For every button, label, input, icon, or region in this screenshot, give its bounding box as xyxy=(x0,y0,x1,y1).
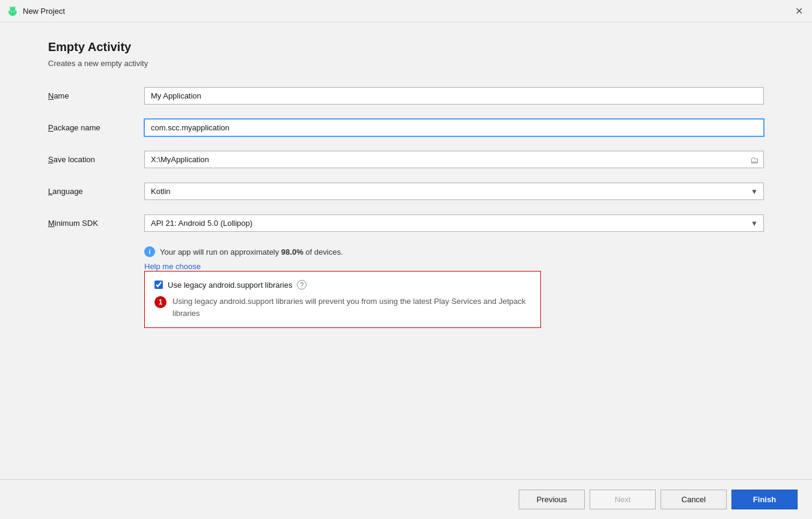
legacy-checkbox-label[interactable]: Use legacy android.support libraries xyxy=(168,281,292,290)
svg-rect-8 xyxy=(16,11,17,14)
language-label-text: Language xyxy=(48,187,83,196)
language-label: Language xyxy=(48,187,144,196)
section-title: Empty Activity xyxy=(48,40,764,54)
language-field-container: Java Kotlin ▼ xyxy=(144,183,764,200)
package-name-label-text: Package name xyxy=(48,123,100,132)
minimum-sdk-label-text: Minimum SDK xyxy=(48,219,98,228)
section-subtitle: Creates a new empty activity xyxy=(48,59,764,68)
warning-content: 1 Using legacy android.support libraries… xyxy=(154,296,531,319)
info-prefix: Your app will run on approximately xyxy=(160,247,281,256)
android-icon xyxy=(7,5,18,16)
legacy-checkbox-row: Use legacy android.support libraries ? xyxy=(154,280,531,290)
finish-label: Finish xyxy=(753,495,776,504)
folder-icon[interactable]: 🗂 xyxy=(750,154,759,165)
name-label-text: Name xyxy=(48,91,69,100)
name-label: Name xyxy=(48,91,144,100)
dialog-window: New Project ✕ Empty Activity Creates a n… xyxy=(0,0,812,519)
svg-rect-7 xyxy=(8,11,10,14)
name-input[interactable] xyxy=(144,87,764,105)
save-location-label: Save location xyxy=(48,155,144,164)
previous-button[interactable]: Previous xyxy=(519,490,585,509)
info-icon: i xyxy=(144,246,155,257)
info-message-row: i Your app will run on approximately 98.… xyxy=(144,246,764,257)
previous-label: Previous xyxy=(537,495,567,504)
title-bar-text: New Project xyxy=(23,7,793,16)
svg-point-6 xyxy=(10,7,16,11)
name-row: Name xyxy=(48,87,764,105)
info-text: Your app will run on approximately 98.0%… xyxy=(160,247,343,256)
dialog-footer: Previous Next Cancel Finish xyxy=(0,479,812,519)
minimum-sdk-field-container: API 16: Android 4.1 (Jelly Bean) API 17:… xyxy=(144,214,764,232)
info-percentage: 98.0% xyxy=(281,247,304,256)
svg-point-3 xyxy=(13,11,14,12)
name-field-container xyxy=(144,87,764,105)
language-select[interactable]: Java Kotlin xyxy=(144,183,764,200)
warning-box: Use legacy android.support libraries ? 1… xyxy=(144,271,541,328)
minimum-sdk-row: Minimum SDK API 16: Android 4.1 (Jelly B… xyxy=(48,214,764,232)
title-bar: New Project ✕ xyxy=(0,0,812,22)
cancel-label: Cancel xyxy=(682,495,706,504)
finish-button[interactable]: Finish xyxy=(731,490,798,509)
package-name-input[interactable] xyxy=(144,119,764,136)
legacy-help-icon[interactable]: ? xyxy=(297,280,307,290)
package-name-row: Package name xyxy=(48,119,764,136)
minimum-sdk-label: Minimum SDK xyxy=(48,219,144,228)
save-location-field-container: 🗂 xyxy=(144,151,764,168)
warning-text: Using legacy android.support libraries w… xyxy=(172,296,531,319)
warning-badge: 1 xyxy=(154,296,166,308)
svg-point-2 xyxy=(11,11,12,12)
info-suffix: of devices. xyxy=(304,247,343,256)
dialog-content: Empty Activity Creates a new empty activ… xyxy=(0,22,812,479)
save-location-row: Save location 🗂 xyxy=(48,151,764,168)
package-name-label: Package name xyxy=(48,123,144,132)
cancel-button[interactable]: Cancel xyxy=(661,490,727,509)
legacy-checkbox[interactable] xyxy=(154,281,163,289)
save-location-label-text: Save location xyxy=(48,155,95,164)
language-row: Language Java Kotlin ▼ xyxy=(48,183,764,200)
minimum-sdk-select[interactable]: API 16: Android 4.1 (Jelly Bean) API 17:… xyxy=(144,214,764,232)
next-button[interactable]: Next xyxy=(590,490,656,509)
help-link[interactable]: Help me choose xyxy=(144,262,201,271)
save-location-input[interactable] xyxy=(144,151,764,168)
package-name-field-container xyxy=(144,119,764,136)
next-label: Next xyxy=(615,495,631,504)
close-button[interactable]: ✕ xyxy=(793,5,805,17)
